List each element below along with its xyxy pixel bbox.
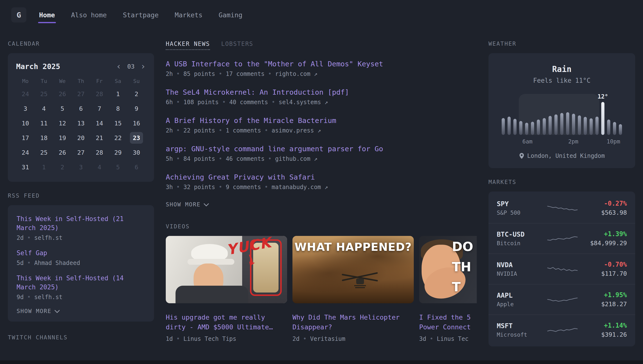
nav-tab-markets[interactable]: Markets [174, 2, 204, 28]
weather-location: London, United Kingdom [502, 152, 622, 159]
meta-text: 3d [419, 336, 426, 342]
bullet-separator: • [265, 70, 275, 77]
chevron-down-icon [55, 310, 60, 313]
thumb-art-body [176, 286, 248, 303]
calendar-day: 18 [37, 132, 51, 144]
calendar-day: 28 [93, 146, 106, 158]
external-link-icon: ↗ [317, 127, 321, 134]
video-title-link[interactable]: I Fixed the 5Power Connect [419, 312, 477, 332]
market-price: $563.98 [583, 209, 627, 216]
meta-text: 1d [166, 336, 173, 342]
calendar-day-cell: 17 [16, 130, 35, 145]
meta-text: 2d [17, 234, 24, 241]
market-values: -0.27%$563.98 [583, 200, 627, 216]
calendar-day-cell: 1 [35, 160, 53, 174]
feed-item-title[interactable]: This Week in Self-Hosted (14 March 2025) [17, 274, 145, 292]
weather-hour-bar [619, 124, 622, 135]
bullet-separator: • [173, 70, 183, 77]
market-name: Bitcoin [497, 240, 542, 246]
calendar-day-cell: 2 [127, 86, 146, 101]
calendar-next-icon[interactable]: › [140, 62, 146, 71]
bullet-separator: • [261, 127, 271, 134]
news-item-title[interactable]: Achieving Great Privacy with Safari [166, 173, 477, 181]
logo[interactable]: G [11, 7, 26, 22]
calendar-day-cell: 13 [72, 116, 90, 130]
video-title-line: Why Did The Mars Helicopter [292, 312, 414, 322]
meta-text: selfh.st [34, 294, 63, 300]
market-row-spy[interactable]: SPYS&P 500-0.27%$563.98 [488, 193, 635, 223]
calendar-day: 26 [56, 88, 69, 100]
markets-section-title: MARKETS [488, 179, 635, 185]
news-show-more-button[interactable]: SHOW MORE [166, 201, 477, 208]
calendar-day-cell: 4 [35, 101, 53, 116]
market-sparkline [546, 325, 578, 336]
video-title-link[interactable]: Why Did The Mars HelicopterDisappear? [292, 312, 414, 332]
news-item-title[interactable]: A USB Interface to the "Mother of All De… [166, 60, 477, 68]
calendar-day: 19 [56, 132, 69, 144]
meta-text: 6h [166, 99, 173, 106]
market-change: -0.70% [583, 261, 627, 268]
market-row-aapl[interactable]: AAPLApple+1.95%$218.27 [488, 284, 635, 314]
video-title-line: dirty - AMD $5000 Ultimate… [166, 322, 287, 332]
calendar-day-cell: 15 [109, 116, 127, 130]
source-link[interactable]: matanabudy.com ↗ [272, 184, 328, 190]
bullet-separator: • [215, 156, 226, 162]
market-change: +1.39% [583, 230, 627, 238]
weather-hour-bar [578, 116, 581, 135]
market-sparkline [546, 203, 578, 214]
news-item-title[interactable]: The SeL4 Microkernel: An Introduction [p… [166, 88, 477, 96]
video-thumbnail[interactable]: YUCK [166, 236, 287, 303]
calendar-day: 14 [93, 117, 106, 129]
news-item: Achieving Great Privacy with Safari3h • … [166, 173, 477, 190]
calendar-day-cell: 24 [16, 145, 35, 160]
videos-section-title: VIDEOS [166, 223, 477, 230]
market-row-btc-usd[interactable]: BTC-USDBitcoin+1.39%$84,999.29 [488, 223, 635, 254]
market-row-nvda[interactable]: NVDANVIDIA-0.70%$117.70 [488, 254, 635, 284]
calendar-day-cell: 27 [72, 86, 90, 101]
calendar-prev-icon[interactable]: ‹ [116, 62, 122, 71]
calendar-day-cell: 22 [109, 130, 127, 145]
current-temperature-label: 12° [597, 93, 608, 100]
external-link-icon: ↗ [324, 184, 328, 190]
feed-item-title[interactable]: This Week in Self-Hosted (21 March 2025) [17, 214, 145, 232]
weather-hour-bar [519, 121, 522, 135]
video-title-link[interactable]: His upgrade got me reallydirty - AMD $50… [166, 312, 287, 332]
calendar-day: 1 [111, 88, 125, 100]
nav-tab-also-home[interactable]: Also home [70, 2, 108, 28]
nav-tab-startpage[interactable]: Startpage [122, 2, 159, 28]
news-item-title[interactable]: argp: GNU-style command line argument pa… [166, 145, 477, 153]
nav-tab-home[interactable]: Home [38, 2, 56, 28]
meta-text: 85 points [183, 70, 215, 77]
calendar-current-month-button[interactable]: 03 [127, 63, 135, 70]
market-ticker: AAPL [497, 292, 542, 299]
bullet-separator: • [215, 127, 226, 134]
rss-show-more-button[interactable]: SHOW MORE [17, 308, 145, 314]
sparkline-chart [546, 294, 578, 305]
source-link[interactable]: righto.com ↗ [275, 70, 317, 77]
video-thumbnail[interactable]: WHAT HAPPENED? [292, 236, 414, 303]
source-link[interactable]: sel4.systems ↗ [279, 99, 328, 106]
market-price: $84,999.29 [583, 240, 627, 247]
item-meta: 5d • Ahmad Shadeed [17, 260, 145, 266]
calendar-day-cell: 6 [72, 101, 90, 116]
market-values: +1.95%$218.27 [583, 291, 627, 308]
bullet-separator: • [300, 336, 310, 342]
market-row-msft[interactable]: MSFTMicrosoft+1.14%$391.26 [488, 314, 635, 345]
calendar-day-cell: 10 [16, 116, 35, 130]
nav-tab-gaming[interactable]: Gaming [218, 2, 243, 28]
tab-lobsters[interactable]: LOBSTERS [221, 40, 253, 49]
source-link[interactable]: asimov.press ↗ [272, 127, 321, 134]
video-thumbnail[interactable]: DOTHT [419, 236, 477, 303]
calendar-day-cell: 26 [53, 145, 72, 160]
news-item: The SeL4 Microkernel: An Introduction [p… [166, 88, 477, 106]
meta-text: 9d [17, 294, 24, 300]
calendar-selected-day: 23 [130, 132, 143, 144]
page-bottom-edge [0, 360, 643, 364]
tab-hacker-news[interactable]: HACKER NEWS [166, 40, 210, 50]
source-link[interactable]: github.com ↗ [275, 156, 317, 162]
calendar-day-cell: 21 [90, 130, 109, 145]
weather-hour-labels: 6am2pm10pm [502, 138, 622, 146]
calendar-day: 3 [19, 103, 32, 114]
news-item-title[interactable]: A Brief History of the Miracle Bacterium [166, 116, 477, 125]
feed-item-title[interactable]: Self Gap [17, 248, 145, 258]
